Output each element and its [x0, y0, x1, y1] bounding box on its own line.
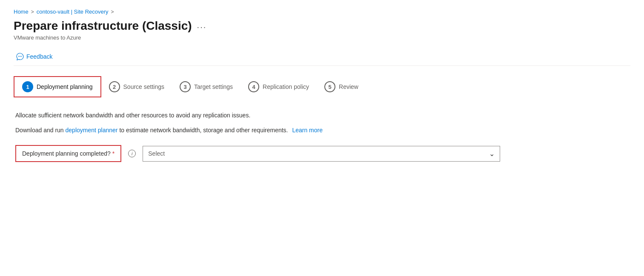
description-2-suffix: to estimate network bandwidth, storage a… [118, 127, 288, 134]
svg-point-2 [21, 56, 22, 57]
breadcrumb-vault[interactable]: contoso-vault | Site Recovery [37, 9, 109, 15]
breadcrumb: Home > contoso-vault | Site Recovery > [14, 9, 630, 15]
chevron-down-icon: ⌄ [489, 150, 495, 158]
form-label-box: Deployment planning completed? * [15, 145, 121, 162]
toolbar: Feedback [14, 48, 630, 66]
info-icon[interactable]: i [128, 150, 136, 157]
step-number-4: 4 [248, 81, 259, 92]
step-number-1: 1 [22, 81, 33, 92]
page-container: Home > contoso-vault | Site Recovery > P… [0, 0, 644, 171]
breadcrumb-home[interactable]: Home [14, 9, 29, 15]
form-row: Deployment planning completed? * i Selec… [15, 145, 629, 162]
content-area: Allocate sufficient network bandwidth an… [14, 111, 630, 162]
wizard-step-1[interactable]: 1 Deployment planning [14, 76, 101, 97]
deployment-planning-select[interactable]: Select ⌄ [143, 146, 500, 162]
description-1: Allocate sufficient network bandwidth an… [15, 111, 629, 120]
step-label-2: Source settings [123, 83, 165, 90]
step-label-3: Target settings [194, 83, 233, 90]
step-number-5: 5 [324, 81, 335, 92]
description-2-prefix: Download and run [15, 127, 66, 134]
svg-point-1 [20, 56, 20, 57]
wizard-step-3[interactable]: 3 Target settings [172, 77, 240, 97]
form-label: Deployment planning completed? [22, 150, 111, 157]
step-number-3: 3 [180, 81, 191, 92]
step-number-2: 2 [109, 81, 120, 92]
deployment-planner-link[interactable]: deployment planner [66, 127, 118, 134]
step-label-4: Replication policy [263, 83, 309, 90]
required-star: * [112, 150, 114, 157]
wizard-steps: 1 Deployment planning 2 Source settings … [14, 76, 630, 97]
breadcrumb-sep1: > [31, 9, 34, 15]
feedback-icon [16, 53, 24, 60]
feedback-label: Feedback [26, 53, 52, 60]
step-label-1: Deployment planning [37, 83, 93, 90]
breadcrumb-sep2: > [111, 9, 114, 15]
learn-more-link[interactable]: Learn more [292, 127, 323, 134]
page-header: Prepare infrastructure (Classic) ··· [14, 19, 630, 33]
page-subtitle: VMware machines to Azure [14, 34, 630, 41]
feedback-button[interactable]: Feedback [14, 51, 55, 62]
description-2: Download and run deployment planner to e… [15, 126, 629, 135]
select-placeholder: Select [148, 150, 165, 157]
svg-point-0 [18, 56, 19, 57]
more-options-icon[interactable]: ··· [197, 22, 207, 32]
page-title: Prepare infrastructure (Classic) [14, 19, 192, 33]
wizard-step-5[interactable]: 5 Review [317, 77, 366, 97]
step-label-5: Review [339, 83, 358, 90]
wizard-step-4[interactable]: 4 Replication policy [240, 77, 317, 97]
wizard-step-2[interactable]: 2 Source settings [101, 77, 172, 97]
